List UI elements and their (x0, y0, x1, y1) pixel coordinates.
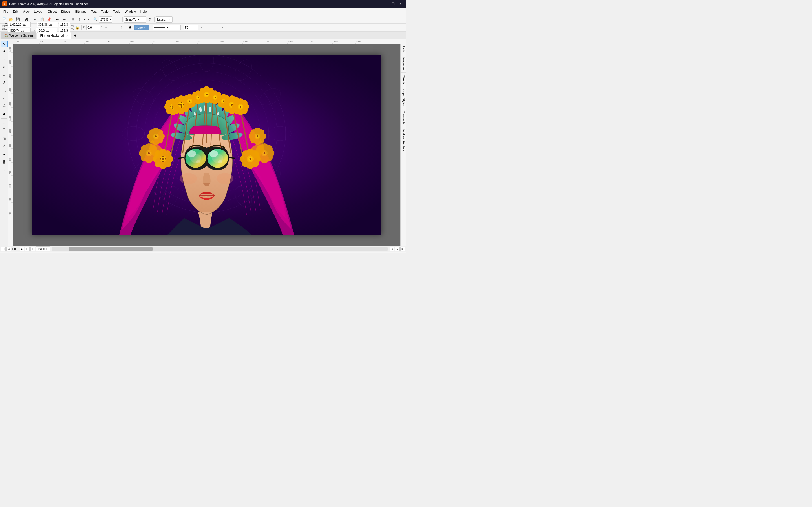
app-logo: X (2, 1, 7, 6)
scroll-h[interactable] (52, 247, 388, 251)
nav-last-page-button[interactable]: ⊢ (25, 247, 30, 251)
titlebar-controls[interactable]: ─ ❐ ✕ (382, 1, 404, 7)
blend-tool-button[interactable]: ◫ (1, 135, 8, 142)
objects-panel-tab[interactable]: Objects (401, 73, 406, 87)
size-up-button[interactable]: + (199, 25, 204, 31)
freehand-tool-button[interactable]: ✏ (1, 72, 8, 79)
full-screen-button[interactable]: ⛶ (115, 16, 121, 22)
fill-dropdown[interactable]: None ▾ (134, 25, 149, 31)
svg-point-282 (148, 152, 150, 154)
transparency-tool-button[interactable]: ◎ (1, 142, 8, 149)
tab-group: 🏠 Welcome Screen Firman Hatibu.cdr ✕ + (1, 32, 78, 40)
dimension-tool-button[interactable]: ↔ (1, 119, 8, 126)
text-tool-button[interactable]: A (1, 111, 8, 117)
import-button[interactable]: ⬇ (70, 16, 76, 22)
properties-panel-tab[interactable]: Properties (401, 55, 406, 73)
export-button[interactable]: ⬆ (77, 16, 83, 22)
selection-tool-button[interactable]: ↖ (1, 41, 8, 47)
total-pages: 1 (17, 247, 19, 250)
rectangle-tool-button[interactable]: ▭ (1, 88, 8, 95)
export-pdf-button[interactable]: PDF (84, 16, 90, 22)
tab-document[interactable]: Firman Hatibu.cdr ✕ (37, 32, 71, 39)
svg-text:700: 700 (175, 40, 179, 42)
fill-color-swatch[interactable] (16, 253, 20, 254)
svg-text:200: 200 (63, 40, 66, 42)
menu-help[interactable]: Help (138, 9, 149, 14)
outline-color-swatch[interactable] (21, 253, 26, 254)
tab-close-button[interactable]: ✕ (66, 34, 68, 37)
menu-bitmaps[interactable]: Bitmaps (73, 9, 89, 14)
svg-text:1400: 1400 (333, 40, 338, 42)
crop-tool-button[interactable]: ⊡ (1, 56, 8, 63)
snap-to-dropdown[interactable]: Snap To ▾ (124, 16, 146, 22)
canvas-container[interactable] (13, 44, 400, 245)
interactive-fill-button[interactable]: + (1, 167, 8, 173)
menu-tools[interactable]: Tools (111, 9, 123, 14)
smartdraw-tool-button[interactable]: ⤴ (1, 79, 8, 86)
page-tab-1[interactable]: Page 1 (36, 246, 50, 251)
mirror-h-button[interactable]: ⇔ (112, 25, 118, 31)
nav-add-page-button[interactable]: + (31, 247, 35, 251)
find-replace-panel-tab[interactable]: Find and Replace (401, 127, 406, 154)
menu-window[interactable]: Window (123, 9, 138, 14)
zoom-fit-button[interactable]: ⊞ (400, 247, 405, 251)
object-styles-panel-tab[interactable]: Object Styles (401, 87, 406, 108)
zoom-tool-button[interactable]: ⊕ (1, 63, 8, 70)
nav-prev-page-button[interactable]: ◂ (6, 247, 11, 251)
size-down-button[interactable]: − (205, 25, 210, 31)
close-button[interactable]: ✕ (397, 1, 404, 7)
launch-dropdown[interactable]: Launch ▾ (156, 16, 172, 22)
zoom-out-button[interactable]: 🔍 (92, 16, 98, 22)
minimize-button[interactable]: ─ (382, 1, 389, 7)
tab-welcome[interactable]: 🏠 Welcome Screen (1, 32, 36, 39)
edit-node-button[interactable]: ◈ (11, 253, 15, 254)
restore-button[interactable]: ❐ (390, 1, 396, 7)
zoom-dropdown[interactable]: 276% ▾ (99, 16, 112, 22)
comments-panel-tab[interactable]: Comments (401, 108, 406, 127)
menu-text[interactable]: Text (89, 9, 99, 14)
settings-button[interactable]: ⚙ (147, 16, 153, 22)
outline-dropdown[interactable]: ▾ (153, 25, 181, 31)
menu-view[interactable]: View (20, 9, 32, 14)
eyedropper-tool-button[interactable]: ✦ (1, 151, 8, 158)
hints-panel-tab[interactable]: Hints (401, 44, 406, 55)
tab-add-button[interactable]: + (72, 33, 78, 38)
fill-indicator[interactable]: ◈ (2, 253, 6, 254)
svg-point-146 (160, 158, 161, 160)
lock-proportions-button[interactable]: 🔒 (74, 25, 80, 31)
scale-w-input[interactable] (59, 22, 70, 27)
svg-point-258 (250, 158, 252, 160)
rotate-input[interactable] (86, 25, 100, 31)
scroll-h-thumb[interactable] (68, 247, 153, 251)
pen-button[interactable]: ✏ (7, 253, 11, 254)
ellipse-tool-button[interactable]: ○ (1, 95, 8, 102)
menu-table[interactable]: Table (99, 9, 111, 14)
svg-point-85 (216, 173, 234, 184)
scroll-left-button[interactable]: ◂ (390, 247, 394, 251)
zoom-in-status-button[interactable]: + (400, 253, 404, 254)
menu-object[interactable]: Object (45, 9, 59, 14)
menu-file[interactable]: File (1, 9, 11, 14)
node-tool-button[interactable]: ◈ (1, 48, 8, 54)
rotation-point-button[interactable]: ⊕ (103, 24, 109, 31)
scroll-right-button[interactable]: ▸ (395, 247, 400, 251)
nav-first-page-button[interactable]: ⊣ (1, 247, 6, 251)
extra-button[interactable]: + (220, 25, 225, 31)
mirror-v-button[interactable]: ⇕ (119, 25, 124, 31)
menu-edit[interactable]: Edit (11, 9, 20, 14)
page-of-info: 1 of 1 (12, 247, 19, 250)
menu-effects[interactable]: Effects (59, 9, 73, 14)
launch-label: Launch (157, 18, 167, 21)
size-input[interactable] (184, 25, 198, 31)
w-input[interactable] (37, 22, 58, 27)
menu-layout[interactable]: Layout (32, 9, 45, 14)
svg-text:1500: 1500 (9, 60, 11, 64)
menubar: File Edit View Layout Object Effects Bit… (0, 8, 406, 15)
x-input[interactable]: 1,420.27 px (8, 22, 31, 27)
svg-text:700: 700 (9, 171, 11, 174)
polygon-tool-button[interactable]: △ (1, 102, 8, 109)
fill-tool-button[interactable]: ▓ (1, 158, 8, 165)
more-options-button[interactable]: ⋯ (213, 25, 219, 31)
nav-next-page-button[interactable]: ▸ (20, 247, 24, 251)
connector-tool-button[interactable]: ⌒ (1, 126, 8, 133)
